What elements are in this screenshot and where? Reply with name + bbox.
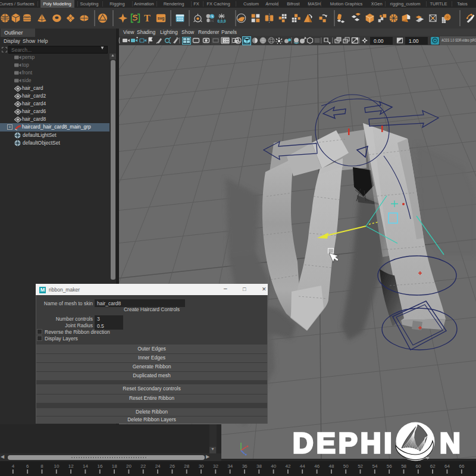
svg-text:36: 36 <box>242 464 248 469</box>
svg-text:50: 50 <box>343 464 349 469</box>
svg-text:56: 56 <box>387 464 392 469</box>
svg-text:32: 32 <box>213 464 218 469</box>
svg-text:42: 42 <box>286 464 291 469</box>
svg-text:20: 20 <box>126 464 131 469</box>
svg-text:10: 10 <box>54 464 59 469</box>
svg-text:18: 18 <box>112 464 117 469</box>
svg-text:6: 6 <box>26 464 29 469</box>
svg-text:60: 60 <box>415 464 421 469</box>
svg-text:N: N <box>440 427 461 459</box>
svg-text:22: 22 <box>140 464 146 469</box>
svg-text:44: 44 <box>300 464 305 469</box>
svg-text:16: 16 <box>97 464 102 469</box>
svg-text:28: 28 <box>184 464 189 469</box>
svg-text:12: 12 <box>68 464 74 469</box>
svg-text:52: 52 <box>358 464 363 469</box>
svg-text:64: 64 <box>444 464 450 469</box>
svg-text:4: 4 <box>12 464 15 469</box>
svg-text:38: 38 <box>256 464 262 469</box>
svg-text:30: 30 <box>199 464 204 469</box>
svg-text:24: 24 <box>155 464 161 469</box>
svg-text:T: T <box>144 13 151 23</box>
svg-text:66: 66 <box>459 464 464 469</box>
svg-text:46: 46 <box>314 464 320 469</box>
svg-text:8: 8 <box>40 464 43 469</box>
svg-text:62: 62 <box>430 464 436 469</box>
svg-text:DEPHI: DEPHI <box>293 427 395 459</box>
svg-text:40: 40 <box>271 464 276 469</box>
svg-text:0,0,0: 0,0,0 <box>217 18 226 23</box>
svg-text:svg: svg <box>157 16 164 21</box>
svg-text:34: 34 <box>227 464 233 469</box>
svg-text:58: 58 <box>401 464 406 469</box>
svg-text:26: 26 <box>170 464 175 469</box>
svg-text:48: 48 <box>329 464 334 469</box>
svg-text:rp: rp <box>426 456 430 459</box>
svg-text:54: 54 <box>372 464 377 469</box>
svg-text:14: 14 <box>83 464 88 469</box>
